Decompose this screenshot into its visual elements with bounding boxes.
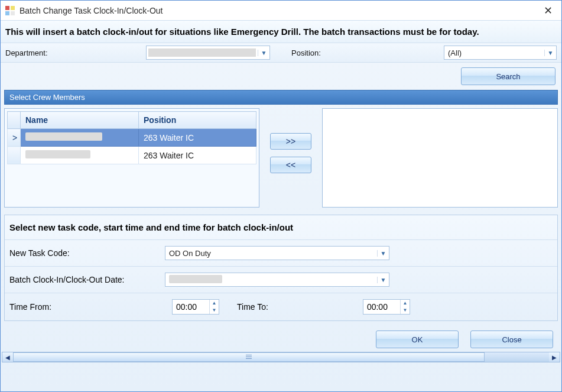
time-row: Time From: 00:00 ▲▼ Time To: 00:00 ▲▼ bbox=[5, 293, 557, 320]
dropdown-arrow-icon: ▼ bbox=[258, 50, 269, 56]
spin-down-icon[interactable]: ▼ bbox=[401, 307, 410, 314]
search-button-label: Search bbox=[496, 72, 520, 81]
remove-from-selection-button[interactable]: << bbox=[270, 157, 311, 173]
dropdown-arrow-icon: ▼ bbox=[377, 277, 389, 283]
svg-rect-3 bbox=[11, 11, 15, 15]
app-icon bbox=[5, 6, 15, 15]
add-to-selection-button[interactable]: >> bbox=[270, 133, 311, 150]
col-position[interactable]: Position bbox=[139, 112, 256, 129]
dropdown-arrow-icon: ▼ bbox=[377, 250, 389, 257]
col-name[interactable]: Name bbox=[21, 112, 139, 129]
available-crew-grid[interactable]: Name Position > 263 Waiter IC 263 Waiter… bbox=[7, 111, 256, 164]
time-to-value: 00:00 bbox=[363, 302, 400, 312]
search-button[interactable]: Search bbox=[461, 67, 555, 85]
department-combo[interactable]: ▼ bbox=[146, 46, 270, 60]
close-icon[interactable]: ✕ bbox=[539, 4, 557, 17]
dual-list: Name Position > 263 Waiter IC 263 Waiter… bbox=[4, 108, 558, 208]
dropdown-arrow-icon: ▼ bbox=[544, 50, 556, 56]
spin-up-icon[interactable]: ▲ bbox=[210, 300, 219, 307]
close-button[interactable]: Close bbox=[470, 331, 553, 348]
position-combo[interactable]: (All) ▼ bbox=[444, 46, 557, 60]
department-label: Department: bbox=[5, 48, 141, 57]
department-value bbox=[148, 48, 256, 57]
close-button-label: Close bbox=[502, 335, 521, 344]
new-task-code-value: OD On Duty bbox=[165, 249, 377, 258]
position-label: Position: bbox=[291, 48, 439, 57]
titlebar: Batch Change Task Clock-In/Clock-Out ✕ bbox=[1, 1, 561, 21]
dialog-button-row: OK Close bbox=[1, 325, 561, 352]
batch-change-task-window: Batch Change Task Clock-In/Clock-Out ✕ T… bbox=[0, 0, 562, 392]
shuttle-buttons: >> << bbox=[264, 108, 317, 208]
position-value: (All) bbox=[444, 48, 544, 57]
batch-date-combo[interactable]: ▼ bbox=[165, 273, 389, 287]
scroll-right-icon[interactable]: ▶ bbox=[549, 352, 560, 362]
svg-rect-2 bbox=[5, 11, 9, 15]
new-task-code-label: New Task Code: bbox=[9, 248, 160, 258]
scroll-left-icon[interactable]: ◀ bbox=[2, 352, 13, 362]
scroll-track[interactable] bbox=[13, 352, 549, 362]
filter-row: Department: ▼ Position: (All) ▼ bbox=[1, 43, 561, 63]
grid-header-row: Name Position bbox=[8, 112, 256, 129]
spin-up-icon[interactable]: ▲ bbox=[401, 300, 410, 307]
time-from-label: Time From: bbox=[9, 302, 160, 312]
search-row: Search bbox=[1, 63, 561, 90]
info-banner: This will insert a batch clock-in/out fo… bbox=[1, 21, 561, 43]
crew-section-header: Select Crew Members bbox=[4, 90, 558, 105]
svg-rect-1 bbox=[11, 6, 15, 10]
remove-button-label: << bbox=[286, 160, 295, 170]
ok-button[interactable]: OK bbox=[376, 331, 459, 348]
cell-position: 263 Waiter IC bbox=[139, 129, 256, 147]
row-indicator bbox=[8, 147, 21, 164]
cell-position: 263 Waiter IC bbox=[139, 147, 256, 164]
row-indicator: > bbox=[8, 129, 21, 147]
time-from-spinner[interactable]: 00:00 ▲▼ bbox=[172, 299, 219, 315]
horizontal-scrollbar[interactable]: ◀ ▶ bbox=[2, 352, 560, 362]
spin-down-icon[interactable]: ▼ bbox=[210, 307, 219, 314]
svg-rect-0 bbox=[5, 6, 9, 10]
new-task-code-row: New Task Code: OD On Duty ▼ bbox=[5, 240, 557, 267]
ok-button-label: OK bbox=[412, 335, 423, 344]
task-section-title: Select new task code, start time and end… bbox=[5, 215, 557, 240]
cell-name bbox=[21, 129, 139, 147]
window-title: Batch Change Task Clock-In/Clock-Out bbox=[20, 6, 539, 15]
spinner-buttons[interactable]: ▲▼ bbox=[400, 300, 410, 314]
available-crew-grid-box: Name Position > 263 Waiter IC 263 Waiter… bbox=[4, 108, 259, 208]
row-indicator-header bbox=[8, 112, 21, 129]
selected-crew-list[interactable] bbox=[322, 108, 558, 208]
batch-date-value bbox=[165, 275, 377, 285]
scroll-thumb[interactable] bbox=[13, 352, 485, 362]
add-button-label: >> bbox=[286, 137, 295, 146]
time-from-value: 00:00 bbox=[173, 302, 209, 312]
spinner-buttons[interactable]: ▲▼ bbox=[209, 300, 219, 314]
batch-date-label: Batch Clock-In/Clock-Out Date: bbox=[9, 275, 160, 284]
cell-name bbox=[21, 147, 139, 164]
time-to-spinner[interactable]: 00:00 ▲▼ bbox=[363, 299, 410, 315]
new-task-code-combo[interactable]: OD On Duty ▼ bbox=[165, 246, 389, 260]
task-section: Select new task code, start time and end… bbox=[4, 215, 558, 321]
batch-date-row: Batch Clock-In/Clock-Out Date: ▼ bbox=[5, 267, 557, 293]
scroll-grip-icon bbox=[246, 355, 252, 359]
table-row[interactable]: > 263 Waiter IC bbox=[8, 129, 256, 147]
time-to-label: Time To: bbox=[231, 302, 351, 312]
table-row[interactable]: 263 Waiter IC bbox=[8, 147, 256, 164]
